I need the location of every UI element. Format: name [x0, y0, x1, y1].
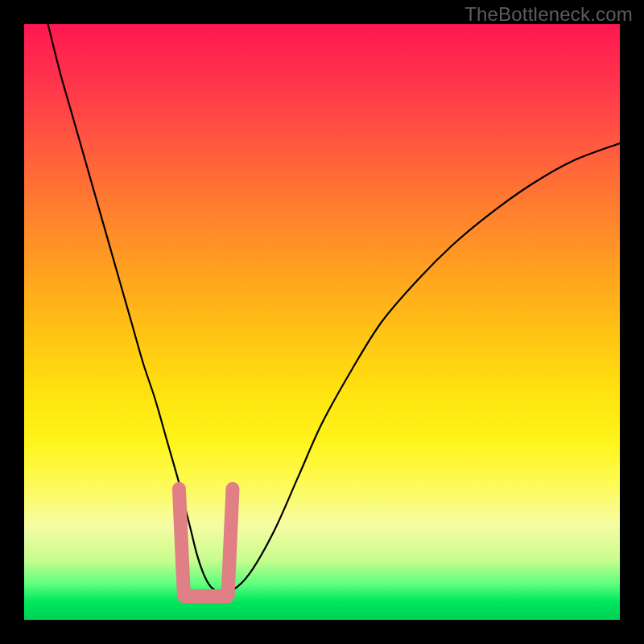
chart-frame: TheBottleneck.com — [0, 0, 644, 644]
curve-layer — [24, 24, 620, 620]
plot-area — [24, 24, 620, 620]
bottleneck-curve-path — [48, 24, 620, 592]
watermark-text: TheBottleneck.com — [464, 3, 633, 26]
highlight-right — [228, 489, 233, 596]
highlight-left — [179, 489, 184, 596]
